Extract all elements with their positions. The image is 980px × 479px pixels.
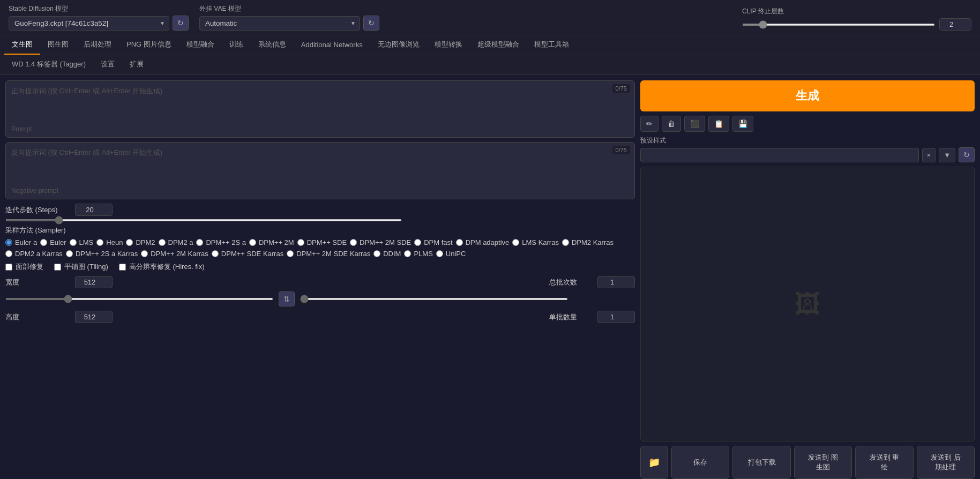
tab-settings[interactable]: 设置 <box>93 55 122 74</box>
tab-merge[interactable]: 模型融合 <box>179 35 222 55</box>
width-slider[interactable] <box>5 298 273 300</box>
tab-sysinfo[interactable]: 系统信息 <box>251 35 294 55</box>
positive-prompt-textarea[interactable] <box>6 81 634 124</box>
sampler-option-DPMplusplus_SDE[interactable]: DPM++ SDE <box>297 238 347 246</box>
batch-count-input[interactable] <box>597 276 635 288</box>
sd-model-select[interactable]: GuoFeng3.ckpt [74c61c3a52] <box>9 16 169 31</box>
sampler-option-DPM2_a[interactable]: DPM2 a <box>159 238 193 246</box>
sampler-radio-DPM_fast[interactable] <box>414 239 421 246</box>
send-extras-button[interactable]: 发送到 后 期处理 <box>917 446 975 479</box>
save-button[interactable]: 保存 <box>671 446 729 479</box>
sampler-option-Euler[interactable]: Euler <box>40 238 66 246</box>
width-value-input[interactable] <box>75 276 113 288</box>
tab-infinite[interactable]: 无边图像浏览 <box>370 35 427 55</box>
steps-value-input[interactable] <box>75 204 113 216</box>
face-restore-checkbox[interactable] <box>5 264 12 271</box>
tab-txt2img[interactable]: 文生图 <box>4 35 40 55</box>
stop-action-button[interactable]: ⬛ <box>684 116 705 132</box>
sampler-radio-DPM++_2M_SDE_Karras[interactable] <box>287 250 294 257</box>
sampler-radio-Euler[interactable] <box>40 239 47 246</box>
sampler-radio-DDIM[interactable] <box>373 250 380 257</box>
tab-addnets[interactable]: Additional Networks <box>294 36 370 54</box>
sampler-option-DPMplusplus_2M_Karras[interactable]: DPM++ 2M Karras <box>141 250 208 258</box>
sampler-radio-DPM++_2M[interactable] <box>249 239 256 246</box>
tab-toolbox[interactable]: 模型工具箱 <box>527 35 577 55</box>
sampler-option-DPMplusplus_2M[interactable]: DPM++ 2M <box>249 238 294 246</box>
save-action-button[interactable]: 💾 <box>732 116 753 132</box>
tab-supermerge[interactable]: 超级模型融合 <box>470 35 527 55</box>
tab-extras[interactable]: 后期处理 <box>76 35 119 55</box>
sampler-option-DPMplusplus_2M_SDE[interactable]: DPM++ 2M SDE <box>350 238 411 246</box>
height-value-input[interactable] <box>75 311 113 323</box>
hires-fix-checkbox[interactable] <box>119 264 126 271</box>
sampler-option-DPM2[interactable]: DPM2 <box>126 238 155 246</box>
sampler-radio-UniPC[interactable] <box>436 250 443 257</box>
sampler-option-LMS[interactable]: LMS <box>70 238 94 246</box>
tab-convert[interactable]: 模型转换 <box>427 35 470 55</box>
send-img2img-button[interactable]: 发送到 图 生图 <box>794 446 852 479</box>
preset-dropdown-button[interactable]: ▼ <box>939 148 955 162</box>
sampler-option-DPM_adaptive[interactable]: DPM adaptive <box>456 238 510 246</box>
tiling-check[interactable]: 平铺图 (Tiling) <box>54 262 108 272</box>
sampler-radio-PLMS[interactable] <box>404 250 411 257</box>
pack-download-button[interactable]: 打包下载 <box>732 446 790 479</box>
hires-fix-check[interactable]: 高分辨率修复 (Hires. fix) <box>119 262 205 272</box>
pencil-action-button[interactable]: ✏ <box>640 116 659 132</box>
vae-model-refresh-button[interactable]: ↻ <box>363 16 379 31</box>
clip-value-input[interactable] <box>939 18 971 31</box>
sampler-option-LMS_Karras[interactable]: LMS Karras <box>512 238 559 246</box>
sampler-radio-Euler_a[interactable] <box>5 239 12 246</box>
sampler-radio-DPM_adaptive[interactable] <box>456 239 463 246</box>
sampler-radio-DPM2_a_Karras[interactable] <box>5 250 12 257</box>
open-folder-button[interactable]: 📁 <box>640 446 668 479</box>
vae-model-select[interactable]: Automatic <box>199 16 360 31</box>
sampler-option-DPM2_Karras[interactable]: DPM2 Karras <box>562 238 614 246</box>
sampler-option-Heun[interactable]: Heun <box>96 238 123 246</box>
sampler-option-Euler_a[interactable]: Euler a <box>5 238 37 246</box>
clip-slider[interactable] <box>742 24 935 26</box>
sampler-option-DPMplusplus_SDE_Karras[interactable]: DPM++ SDE Karras <box>212 250 283 258</box>
tab-pnginfo[interactable]: PNG 图片信息 <box>119 35 179 55</box>
sampler-option-DPM2_a_Karras[interactable]: DPM2 a Karras <box>5 250 63 258</box>
sampler-option-DDIM[interactable]: DDIM <box>373 250 401 258</box>
vae-model-label: 外挂 VAE 模型 <box>199 4 379 13</box>
steps-slider[interactable] <box>5 219 402 221</box>
sd-model-refresh-button[interactable]: ↻ <box>173 16 189 31</box>
sampler-option-DPMplusplus_2S_a[interactable]: DPM++ 2S a <box>196 238 245 246</box>
sampler-option-DPMplusplus_2M_SDE_Karras[interactable]: DPM++ 2M SDE Karras <box>287 250 370 258</box>
swap-dimensions-button[interactable]: ⇅ <box>279 291 295 306</box>
sampler-radio-DPM++_SDE_Karras[interactable] <box>212 250 219 257</box>
sampler-radio-DPM++_2M_Karras[interactable] <box>141 250 148 257</box>
sampler-option-UniPC[interactable]: UniPC <box>436 250 466 258</box>
tab-extensions[interactable]: 扩展 <box>122 55 151 74</box>
sampler-radio-LMS[interactable] <box>70 239 77 246</box>
preset-clear-button[interactable]: × <box>922 148 936 162</box>
preset-refresh-button[interactable]: ↻ <box>959 147 975 162</box>
sampler-option-PLMS[interactable]: PLMS <box>404 250 432 258</box>
generate-button[interactable]: 生成 <box>640 80 975 111</box>
sampler-radio-LMS_Karras[interactable] <box>512 239 519 246</box>
sampler-radio-DPM++_2S_a_Karras[interactable] <box>66 250 73 257</box>
sampler-option-DPMplusplus_2S_a_Karras[interactable]: DPM++ 2S a Karras <box>66 250 138 258</box>
batch-count-slider[interactable] <box>300 298 568 300</box>
sampler-radio-DPM2[interactable] <box>126 239 133 246</box>
sampler-option-DPM_fast[interactable]: DPM fast <box>414 238 452 246</box>
skip-action-button[interactable]: 📋 <box>708 116 729 132</box>
tiling-checkbox[interactable] <box>54 264 61 271</box>
sampler-radio-DPM++_2S_a[interactable] <box>196 239 203 246</box>
face-restore-check[interactable]: 面部修复 <box>5 262 43 272</box>
trash-action-button[interactable]: 🗑 <box>662 116 681 132</box>
sampler-radio-DPM2_Karras[interactable] <box>562 239 569 246</box>
tab-train[interactable]: 训练 <box>222 35 251 55</box>
preset-select-input[interactable] <box>640 148 919 162</box>
sampler-radio-DPM++_2M_SDE[interactable] <box>350 239 357 246</box>
negative-prompt-textarea[interactable] <box>6 143 634 185</box>
preset-label: 预设样式 <box>640 136 975 145</box>
batch-size-input[interactable] <box>597 311 635 323</box>
send-inpaint-button[interactable]: 发送到 重 绘 <box>855 446 913 479</box>
sampler-radio-DPM++_SDE[interactable] <box>297 239 304 246</box>
tab-tagger[interactable]: WD 1.4 标签器 (Tagger) <box>4 55 93 74</box>
sampler-radio-Heun[interactable] <box>96 239 103 246</box>
sampler-radio-DPM2_a[interactable] <box>159 239 166 246</box>
tab-img2img[interactable]: 图生图 <box>40 35 76 55</box>
